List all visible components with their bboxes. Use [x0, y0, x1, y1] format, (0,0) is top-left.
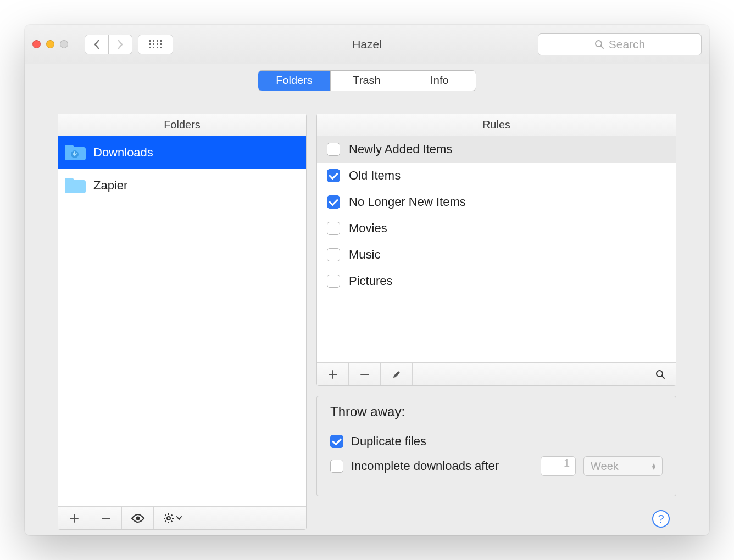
incomplete-downloads-row: Incomplete downloads after 1 Week ▴▾ [330, 456, 663, 476]
zoom-button [60, 40, 68, 48]
svg-rect-10 [157, 47, 158, 48]
folder-icon [64, 177, 86, 194]
svg-rect-4 [149, 43, 151, 45]
remove-folder-button[interactable] [90, 507, 122, 529]
prefpane-window: Hazel Search Folders Trash Info Folders … [25, 25, 709, 535]
help-button[interactable]: ? [652, 510, 670, 528]
rule-item[interactable]: Movies [317, 215, 676, 242]
folders-footer [58, 506, 306, 529]
add-folder-button[interactable] [58, 507, 90, 529]
search-placeholder: Search [609, 38, 646, 51]
svg-line-22 [171, 520, 172, 522]
downloads-folder-icon [64, 144, 86, 161]
rule-checkbox[interactable] [327, 275, 340, 288]
folders-header: Folders [58, 114, 306, 136]
folder-label: Downloads [93, 145, 153, 160]
rule-item[interactable]: Pictures [317, 268, 676, 294]
titlebar: Hazel Search [25, 25, 709, 64]
preview-button[interactable] [122, 507, 154, 529]
rule-label: Music [349, 248, 380, 262]
rules-footer [317, 362, 676, 385]
tabs: Folders Trash Info [258, 70, 476, 91]
svg-rect-1 [153, 40, 154, 42]
spacer [413, 363, 644, 385]
svg-rect-0 [149, 40, 151, 42]
content: Folders Downloads Zapier [25, 97, 709, 535]
search-rules-button[interactable] [644, 363, 676, 385]
svg-rect-11 [160, 47, 162, 48]
incomplete-label: Incomplete downloads after [351, 459, 499, 473]
rules-panel: Rules Newly Added Items Old Items No Lon… [316, 114, 676, 386]
rule-item[interactable]: No Longer New Items [317, 189, 676, 215]
rule-label: Newly Added Items [349, 142, 452, 156]
throw-away-title: Throw away: [330, 404, 663, 419]
rule-checkbox[interactable] [327, 248, 340, 261]
duplicate-files-row: Duplicate files [330, 434, 663, 449]
svg-line-24 [171, 514, 172, 516]
rule-label: Old Items [349, 169, 401, 183]
search-icon [594, 40, 604, 49]
svg-line-21 [165, 514, 166, 516]
rule-item[interactable]: Old Items [317, 163, 676, 189]
search-field[interactable]: Search [538, 33, 702, 55]
rule-item[interactable]: Music [317, 242, 676, 268]
chevron-down-icon [176, 516, 182, 520]
divider [317, 425, 676, 425]
search-icon [655, 369, 665, 379]
folder-list: Downloads Zapier [58, 136, 306, 506]
rules-header: Rules [317, 114, 676, 136]
svg-rect-5 [153, 43, 154, 45]
incomplete-number-input[interactable]: 1 [541, 456, 576, 476]
right-column: Rules Newly Added Items Old Items No Lon… [316, 114, 676, 530]
rule-label: Pictures [349, 274, 392, 288]
stepper-icon: ▴▾ [652, 463, 655, 469]
folder-item-zapier[interactable]: Zapier [58, 169, 306, 202]
edit-rule-button[interactable] [381, 363, 413, 385]
minimize-button[interactable] [46, 40, 54, 48]
tab-folders[interactable]: Folders [258, 71, 331, 91]
rule-label: Movies [349, 221, 387, 236]
show-all-button[interactable] [138, 35, 173, 54]
svg-rect-7 [160, 43, 162, 45]
folders-panel: Folders Downloads Zapier [58, 114, 307, 530]
rule-label: No Longer New Items [349, 195, 466, 209]
rules-list: Newly Added Items Old Items No Longer Ne… [317, 136, 676, 362]
close-button[interactable] [32, 40, 41, 48]
rule-checkbox[interactable] [327, 143, 340, 156]
incomplete-unit-select[interactable]: Week ▴▾ [583, 456, 663, 476]
tab-trash[interactable]: Trash [331, 71, 403, 91]
rule-checkbox[interactable] [327, 222, 340, 235]
rule-checkbox[interactable] [327, 169, 340, 182]
rule-item[interactable]: Newly Added Items [317, 136, 676, 163]
folder-item-downloads[interactable]: Downloads [58, 136, 306, 169]
svg-rect-9 [153, 47, 154, 48]
svg-line-26 [662, 376, 664, 378]
svg-line-13 [601, 46, 603, 48]
duplicate-checkbox[interactable] [330, 435, 343, 448]
window-title: Hazel [352, 38, 382, 51]
svg-point-16 [167, 517, 170, 520]
svg-rect-6 [157, 43, 158, 45]
tab-bar: Folders Trash Info [25, 64, 709, 97]
svg-line-23 [165, 520, 166, 522]
svg-rect-3 [160, 40, 162, 42]
forward-button[interactable] [109, 35, 132, 54]
svg-point-15 [136, 516, 140, 520]
gear-icon [163, 513, 174, 524]
tab-info[interactable]: Info [403, 71, 476, 91]
back-button[interactable] [85, 35, 109, 54]
throw-away-section: Throw away: Duplicate files Incomplete d… [316, 396, 676, 496]
rule-checkbox[interactable] [327, 195, 340, 209]
svg-rect-8 [149, 47, 151, 48]
select-value: Week [591, 460, 619, 473]
nav-buttons [85, 35, 132, 54]
gear-menu-button[interactable] [154, 507, 191, 529]
incomplete-checkbox[interactable] [330, 460, 343, 473]
duplicate-label: Duplicate files [351, 434, 426, 449]
remove-rule-button[interactable] [349, 363, 381, 385]
traffic-lights [32, 40, 68, 48]
add-rule-button[interactable] [317, 363, 349, 385]
folder-label: Zapier [93, 178, 127, 193]
svg-rect-2 [157, 40, 158, 42]
